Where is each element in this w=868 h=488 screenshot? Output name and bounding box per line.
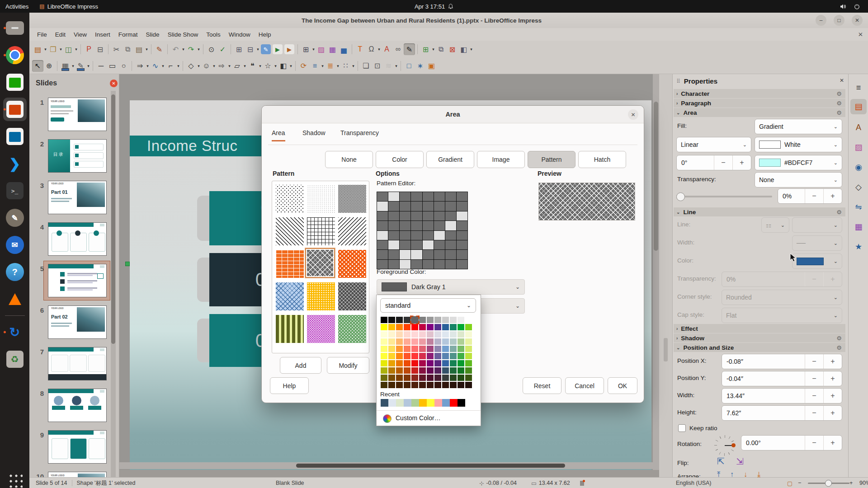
fill-type-gradient[interactable]: Gradient — [426, 151, 474, 168]
slides-panel-close-icon[interactable]: ✕ — [110, 80, 118, 87]
dock-gimp[interactable]: ✎ — [3, 206, 27, 230]
dock-vlc[interactable] — [3, 287, 27, 311]
palette-color-7B3D00[interactable] — [396, 375, 403, 381]
palette-color-81ACA6[interactable] — [450, 346, 457, 352]
cut-icon[interactable]: ✂ — [111, 43, 122, 55]
palette-color-666666[interactable] — [411, 316, 419, 324]
palette-color-B7B3CA[interactable] — [434, 338, 441, 345]
arrange-icon[interactable]: ≣ — [325, 60, 336, 72]
palette-color-611729[interactable] — [419, 375, 426, 381]
palette-color-FFD428[interactable] — [388, 353, 395, 359]
modify-pattern-button[interactable]: Modify — [327, 357, 369, 374]
palette-color-800080[interactable] — [427, 324, 434, 330]
cap-style-dropdown[interactable]: Flat⌄ — [722, 308, 842, 323]
pattern-editor-cell-1-5[interactable] — [434, 202, 445, 211]
palette-color-127622[interactable] — [458, 367, 464, 374]
pattern-editor-cell-1-1[interactable] — [388, 202, 399, 211]
palette-color-AFD095[interactable] — [458, 338, 464, 345]
palette-color-FFF5CE[interactable] — [388, 331, 395, 338]
menu-edit[interactable]: Edit — [51, 29, 70, 40]
pattern-editor-cell-7-5[interactable] — [434, 260, 445, 269]
pattern-swatch-diagonal-backslash[interactable] — [276, 217, 304, 245]
pattern-editor-cell-5-2[interactable] — [400, 240, 410, 249]
line-style-dropdown[interactable]: ⚏⌄ — [761, 217, 789, 233]
presentation-minimizer-icon[interactable]: ▣ — [426, 60, 437, 72]
pattern-swatch-dots-medium[interactable] — [307, 185, 335, 213]
palette-color-55215B[interactable] — [434, 367, 441, 374]
palette-color-B47804[interactable] — [388, 367, 395, 374]
slide-transition-tab-icon[interactable]: ⇋ — [850, 199, 867, 215]
palette-color-443205[interactable] — [381, 382, 387, 388]
block-arrows-dropdown-arrow[interactable]: ▾ — [227, 64, 231, 68]
palette-color-F10D0C[interactable] — [411, 360, 418, 366]
line-dash-dropdown[interactable]: ⌄ — [792, 217, 842, 233]
pattern-editor-cell-3-0[interactable] — [377, 221, 388, 230]
bring-to-front-icon[interactable]: ⤒ — [717, 470, 720, 477]
palette-color-861141[interactable] — [419, 367, 426, 374]
properties-tab-icon[interactable]: ▤ — [850, 99, 867, 114]
pattern-swatch-dashes-green[interactable] — [276, 315, 304, 343]
pattern-editor-cell-6-2[interactable] — [400, 250, 410, 259]
pattern-editor-cell-4-1[interactable] — [388, 231, 399, 240]
insert-text-box-icon[interactable]: ✎ — [261, 44, 271, 54]
palette-color-EC9BA4[interactable] — [419, 338, 426, 345]
slide-thumbnail-5[interactable] — [48, 264, 107, 297]
fill-type-color[interactable]: Color — [376, 151, 424, 168]
recent-color-DDE8CB[interactable] — [396, 399, 404, 407]
recent-color-DEE6EF[interactable] — [388, 399, 396, 407]
palette-color-D4EA6B[interactable] — [465, 346, 472, 352]
pattern-editor-cell-3-7[interactable] — [457, 221, 467, 230]
slide-thumbnail-8[interactable] — [48, 389, 107, 422]
pattern-editor-cell-2-4[interactable] — [423, 211, 434, 221]
pattern-editor-cell-4-0[interactable] — [377, 231, 388, 240]
palette-color-355269[interactable] — [442, 367, 449, 374]
keep-ratio-checkbox[interactable]: Keep ratio — [678, 424, 717, 432]
pattern-editor-cell-1-3[interactable] — [411, 202, 422, 211]
pattern-editor-cell-1-2[interactable] — [400, 202, 410, 211]
palette-color-E8A202[interactable] — [388, 360, 395, 366]
pattern-editor-cell-2-3[interactable] — [411, 211, 422, 221]
pattern-editor-cell-5-0[interactable] — [377, 240, 388, 249]
find-and-replace-icon[interactable]: ⊙ — [206, 43, 217, 55]
pattern-editor-cell-6-1[interactable] — [388, 250, 399, 259]
fill-type-image[interactable]: Image — [477, 151, 525, 168]
sidebar-menu-icon[interactable]: ≡ — [850, 80, 867, 95]
pattern-editor-cell-4-5[interactable] — [434, 231, 445, 240]
send-to-back-icon[interactable]: ⤓ — [757, 470, 760, 477]
lines-and-arrows-dropdown-arrow[interactable]: ▾ — [146, 64, 150, 68]
palette-color-6B5E9B[interactable] — [434, 353, 441, 359]
palette-color-E6E905[interactable] — [381, 360, 387, 366]
palette-color-2A130B[interactable] — [450, 382, 457, 388]
fill-color-icon[interactable]: ▦ — [60, 60, 71, 72]
palette-color-492300[interactable] — [396, 382, 403, 388]
pattern-swatch-diagonal-slash[interactable] — [338, 217, 366, 245]
palette-color-5B277D[interactable] — [434, 360, 441, 366]
palette-color-EA7500[interactable] — [396, 360, 403, 366]
pattern-editor-cell-5-6[interactable] — [445, 240, 456, 249]
pattern-editor-cell-2-0[interactable] — [377, 211, 388, 221]
recent-color-FFBF00[interactable] — [419, 399, 427, 407]
palette-color-FFB66C[interactable] — [396, 338, 403, 345]
pattern-swatch-dots-gold[interactable] — [307, 282, 335, 310]
palette-color-DEE7E5[interactable] — [450, 331, 457, 338]
delete-slide-icon[interactable]: ⊠ — [447, 43, 458, 55]
palette-color-784B04[interactable] — [388, 375, 395, 381]
palette-color-FFFF6D[interactable] — [381, 346, 387, 352]
line-options-icon[interactable]: ⚙ — [836, 209, 842, 216]
palette-color-B3CAC7[interactable] — [450, 338, 457, 345]
pattern-editor-cell-7-0[interactable] — [377, 260, 388, 269]
vertical-scrollbar[interactable] — [653, 74, 659, 470]
palette-color-808080[interactable] — [419, 317, 426, 323]
recent-color-355269[interactable] — [381, 399, 388, 407]
palette-color-8D1D75[interactable] — [427, 353, 434, 359]
symbol-shapes-dropdown-arrow[interactable]: ▾ — [212, 64, 216, 68]
section-character[interactable]: ›Character⚙ — [674, 89, 845, 98]
panel-grip-icon[interactable]: ⠿ — [676, 78, 680, 84]
fill-type-dropdown[interactable]: Gradient⌄ — [755, 119, 842, 134]
reset-button[interactable]: Reset — [523, 377, 561, 394]
pattern-editor-cell-0-4[interactable] — [423, 192, 434, 201]
pattern-swatch-dotted-grid[interactable] — [307, 217, 335, 245]
callouts-icon[interactable]: ❝ — [247, 60, 258, 72]
menu-view[interactable]: View — [70, 29, 91, 40]
new-slide-icon[interactable]: ⊞ — [420, 43, 431, 55]
